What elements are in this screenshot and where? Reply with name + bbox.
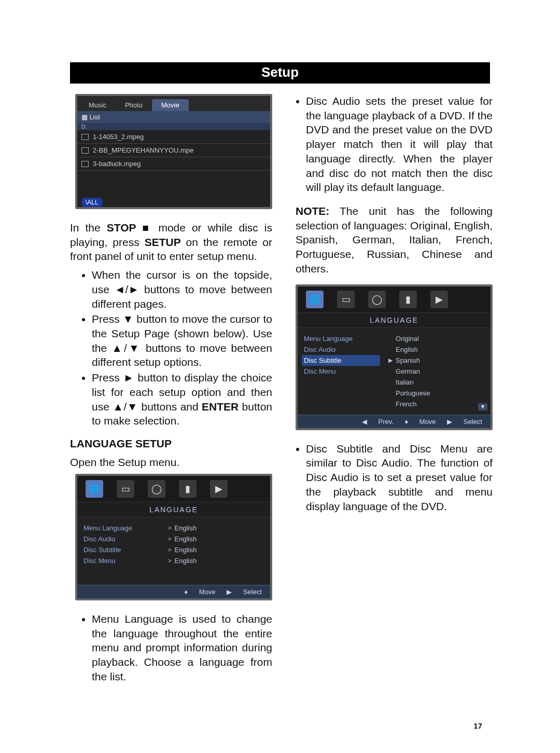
globe-icon: 🌐	[86, 480, 103, 498]
audio-icon: ◯	[148, 480, 165, 498]
intro-paragraph: In the STOP ■ mode or while disc is play…	[70, 221, 272, 264]
label-column: Menu Language Disc Audio Disc Subtitle D…	[298, 328, 386, 415]
lang-option: Original	[388, 333, 488, 344]
note-label: NOTE:	[296, 205, 329, 217]
lang-option: German	[388, 366, 488, 377]
lang-row: Menu Language	[304, 333, 380, 344]
caret-icon: >	[168, 525, 171, 531]
bullet: Disc Subtitle and Disc Menu are similar …	[306, 442, 493, 514]
sub-label: D:	[77, 123, 270, 130]
bullet: Press ▼ button to move the cursor to the…	[92, 312, 272, 369]
value-text: French	[396, 400, 416, 408]
value-text: English	[175, 557, 197, 565]
icon-strip: 🌐 ▭ ◯ ▮ ▶	[77, 476, 270, 502]
disc-subtitle-bullets: Disc Subtitle and Disc Menu are similar …	[296, 442, 493, 514]
scroll-down-icon: ▼	[478, 403, 487, 410]
lang-value: >English	[168, 544, 268, 555]
bullet: Press ► button to display the choice lis…	[92, 371, 272, 428]
media-tabs: Music Photo Movie	[77, 96, 270, 111]
lang-row-selected: Disc Subtitle	[302, 355, 380, 366]
value-text: German	[396, 367, 420, 375]
display-icon: ▭	[117, 480, 134, 498]
language-grid: Menu Language Disc Audio Disc Subtitle D…	[298, 328, 491, 415]
section-title: Setup	[70, 62, 490, 84]
language-grid: Menu Language Disc Audio Disc Subtitle D…	[77, 517, 270, 585]
manual-page: Setup Music Photo Movie ▦ List D: 1-1405…	[0, 0, 560, 753]
left-column: Music Photo Movie ▦ List D: 1-14053_2.mp…	[70, 94, 272, 693]
lang-value: >English	[168, 523, 268, 533]
file-name: 1-14053_2.mpeg	[93, 133, 144, 141]
panel-title: LANGUAGE	[77, 502, 270, 517]
misc-icon: ▶	[430, 291, 448, 308]
value-column: >English >English >English >English	[166, 517, 270, 585]
display-icon: ▭	[337, 291, 355, 308]
footer-bar: ♦ Move ▶ Select	[77, 585, 270, 598]
prev-hint: ◀ Prev.	[362, 418, 394, 426]
file-icon	[81, 134, 89, 140]
value-text: English	[175, 546, 197, 554]
value-text: English	[175, 535, 197, 543]
list-label: ▦ List	[77, 111, 270, 123]
icon-strip: 🌐 ▭ ◯ ▮ ▶	[298, 286, 491, 312]
lang-row: Menu Language	[83, 523, 160, 533]
disc-audio-bullets: Disc Audio sets the preset value for the…	[296, 94, 493, 195]
lang-row: Disc Menu	[83, 555, 160, 566]
file-name: 3-badluck.mpeg	[93, 160, 141, 168]
file-icon	[81, 161, 89, 167]
all-badge: \ALL	[81, 198, 103, 207]
hint-text: Move	[199, 588, 216, 596]
lang-option-selected: ▶Spanish	[388, 355, 488, 366]
lang-row: Disc Subtitle	[83, 544, 160, 555]
screenshot-file-list: Music Photo Movie ▦ List D: 1-14053_2.mp…	[75, 94, 272, 209]
value-text: Original	[396, 335, 419, 343]
bullet: Menu Language is used to change the lang…	[92, 612, 272, 684]
hint-text: Select	[243, 588, 262, 596]
file-row: 2-BB_MPEGYEHANNYYOU.mpe	[77, 144, 270, 157]
lang-row: Disc Menu	[304, 366, 380, 377]
file-name: 2-BB_MPEGYEHANNYYOU.mpe	[93, 146, 193, 154]
bullet: Disc Audio sets the preset value for the…	[306, 94, 493, 195]
misc-icon: ▶	[210, 480, 228, 498]
open-setup-text: Open the Setup menu.	[70, 455, 272, 470]
lang-value: >English	[168, 533, 268, 544]
lang-row: Disc Audio	[83, 533, 160, 544]
footer-bar: ◀ Prev. ♦ Move ▶ Select	[298, 415, 491, 428]
right-column: Disc Audio sets the preset value for the…	[296, 94, 493, 693]
lang-option: Portuguese	[388, 388, 488, 399]
globe-icon: 🌐	[306, 291, 324, 308]
file-row: 1-14053_2.mpeg	[77, 130, 270, 144]
select-hint: ▶ Select	[447, 418, 482, 426]
value-text: Portuguese	[396, 389, 430, 397]
menu-lang-bullets: Menu Language is used to change the lang…	[70, 612, 272, 684]
screenshot-footer: \ALL	[77, 171, 270, 207]
lang-row: Disc Audio	[304, 344, 380, 355]
screenshot-language-main: 🌐 ▭ ◯ ▮ ▶ LANGUAGE Menu Language Disc Au…	[75, 474, 272, 600]
tab-music: Music	[79, 99, 116, 111]
file-icon	[81, 147, 89, 154]
caret-icon: ▶	[388, 357, 393, 364]
intro-bullets: When the cursor is on the topside, use ◄…	[70, 268, 272, 428]
screenshot-language-options: 🌐 ▭ ◯ ▮ ▶ LANGUAGE Menu Language Disc Au…	[296, 284, 493, 430]
page-number: 17	[473, 721, 482, 730]
audio-icon: ◯	[368, 291, 386, 308]
caret-icon: >	[168, 557, 171, 564]
value-text: Spanish	[396, 357, 420, 364]
caret-icon: >	[168, 546, 171, 553]
note-paragraph: NOTE: The unit has the following selecti…	[296, 204, 493, 276]
lang-option: English	[388, 344, 488, 355]
lang-option: Italian	[388, 377, 488, 388]
bullet: When the cursor is on the topside, use ◄…	[92, 268, 272, 311]
move-hint: ♦ Move	[405, 418, 436, 426]
hint-text: Move	[419, 418, 436, 426]
value-text: English	[396, 346, 418, 353]
lock-icon: ▮	[399, 291, 417, 308]
lang-option: French	[388, 399, 488, 409]
panel-title: LANGUAGE	[298, 312, 491, 328]
lang-value: >English	[168, 555, 268, 566]
move-hint: ♦ Move	[185, 588, 216, 596]
value-column: Original English ▶Spanish German Italian…	[386, 328, 491, 415]
language-setup-heading: LANGUAGE SETUP	[70, 437, 272, 450]
tab-movie: Movie	[152, 99, 189, 111]
tab-photo: Photo	[116, 99, 152, 111]
hint-text: Prev.	[379, 418, 394, 426]
